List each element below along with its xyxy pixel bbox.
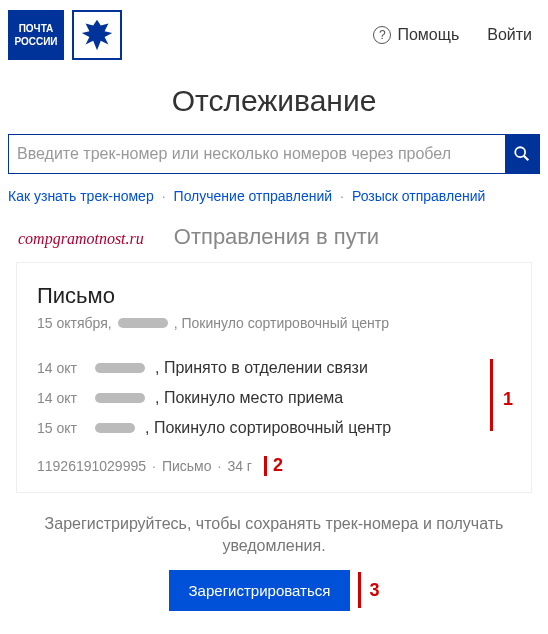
link-search-shipment[interactable]: Розыск отправлений bbox=[352, 188, 485, 204]
timeline-text: , Покинуло место приема bbox=[155, 389, 343, 407]
timeline-row: 14 окт , Покинуло место приема bbox=[37, 389, 471, 407]
timeline-row: 15 окт , Покинуло сортировочный центр bbox=[37, 419, 471, 437]
meta-row: 11926191029995 · Письмо · 34 г 2 bbox=[37, 455, 511, 476]
timeline-date: 14 окт bbox=[37, 390, 85, 406]
page-title: Отслеживание bbox=[0, 84, 548, 118]
login-link[interactable]: Войти bbox=[487, 26, 532, 44]
svg-line-1 bbox=[524, 156, 529, 161]
annotation-bar-1 bbox=[490, 359, 493, 431]
link-receive[interactable]: Получение отправлений bbox=[174, 188, 333, 204]
redacted-box bbox=[95, 423, 135, 433]
redacted-box bbox=[95, 393, 145, 403]
annotation-number-3: 3 bbox=[369, 580, 379, 601]
timeline-date: 14 окт bbox=[37, 360, 85, 376]
shipment-card: Письмо 15 октября, , Покинуло сортировоч… bbox=[16, 262, 532, 493]
logo-line1: ПОЧТА bbox=[19, 22, 54, 35]
svg-point-0 bbox=[515, 147, 525, 157]
help-label: Помощь bbox=[397, 26, 459, 44]
annotation-number-2: 2 bbox=[273, 455, 283, 476]
logo-emblem[interactable] bbox=[72, 10, 122, 60]
eagle-icon bbox=[78, 16, 116, 54]
header: ПОЧТА РОССИИ ? Помощь Войти bbox=[0, 0, 548, 70]
annotation-bar-2 bbox=[264, 456, 267, 476]
register-row: Зарегистрироваться 3 bbox=[0, 570, 548, 629]
link-how-track[interactable]: Как узнать трек-номер bbox=[8, 188, 154, 204]
sub-header: compgramotnost.ru Отправления в пути bbox=[0, 218, 548, 262]
subtitle-date: 15 октября, bbox=[37, 315, 112, 331]
search-icon bbox=[513, 145, 531, 163]
help-link[interactable]: ? Помощь bbox=[373, 26, 459, 44]
separator-dot: · bbox=[152, 458, 156, 474]
register-button[interactable]: Зарегистрироваться bbox=[169, 570, 351, 611]
search-input[interactable] bbox=[9, 135, 505, 173]
help-links-row: Как узнать трек-номер · Получение отправ… bbox=[0, 184, 548, 218]
section-title: Отправления в пути bbox=[174, 224, 379, 250]
timeline-row: 14 окт , Принято в отделении связи bbox=[37, 359, 471, 377]
timeline-text: , Принято в отделении связи bbox=[155, 359, 368, 377]
timeline: 14 окт , Принято в отделении связи 14 ок… bbox=[37, 359, 511, 437]
annotation-bar-3 bbox=[358, 572, 361, 608]
search-box bbox=[8, 134, 540, 174]
logo-text[interactable]: ПОЧТА РОССИИ bbox=[8, 10, 64, 60]
track-number: 11926191029995 bbox=[37, 458, 146, 474]
redacted-box bbox=[118, 318, 168, 328]
timeline-date: 15 окт bbox=[37, 420, 85, 436]
meta-weight: 34 г bbox=[227, 458, 252, 474]
annotation-number-1: 1 bbox=[503, 389, 513, 410]
search-button[interactable] bbox=[505, 135, 539, 173]
help-icon: ? bbox=[373, 26, 391, 44]
logo-line2: РОССИИ bbox=[14, 35, 57, 48]
watermark-text: compgramotnost.ru bbox=[18, 230, 144, 248]
promo-text: Зарегистрируйтесь, чтобы сохранять трек-… bbox=[0, 493, 548, 570]
subtitle-tail: , Покинуло сортировочный центр bbox=[174, 315, 389, 331]
item-title: Письмо bbox=[37, 283, 511, 309]
timeline-text: , Покинуло сортировочный центр bbox=[145, 419, 391, 437]
separator-dot: · bbox=[218, 458, 222, 474]
separator-dot: · bbox=[340, 188, 344, 204]
separator-dot: · bbox=[162, 188, 166, 204]
item-subtitle: 15 октября, , Покинуло сортировочный цен… bbox=[37, 315, 511, 331]
redacted-box bbox=[95, 363, 145, 373]
meta-type: Письмо bbox=[162, 458, 212, 474]
